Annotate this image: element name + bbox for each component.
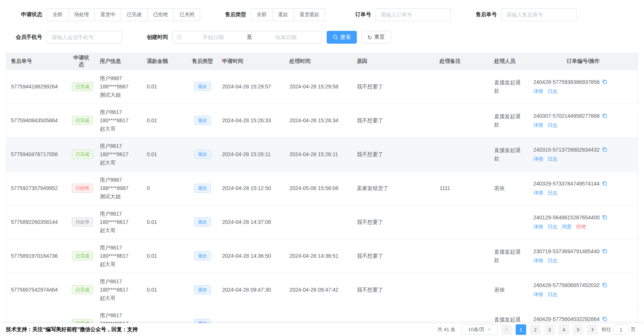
action-detail-link[interactable]: 详情: [533, 257, 543, 265]
start-date-input[interactable]: [182, 34, 245, 40]
table-body: 5775944188299264已完成用户9987188****9987测试大姐…: [6, 70, 638, 336]
cell-apply-time: 2024-04-28 15:26:11: [218, 137, 285, 171]
cell-handler: [490, 205, 529, 239]
table-row-4: 5775892260358144待处理用户8617180****8617赵大哥0…: [6, 205, 638, 239]
action-detail-link[interactable]: 详情: [533, 87, 543, 96]
action-log-link[interactable]: 日志: [548, 121, 557, 129]
column-header-handler: 处理人员: [490, 53, 529, 70]
cell-handle-time: 2024-04-28 09:47:42: [285, 273, 352, 307]
action-detail-link[interactable]: 详情: [533, 121, 543, 129]
copy-icon[interactable]: [602, 248, 607, 254]
filter-panel: 申请状态 全部待处理退货中已完成已拒绝已关闭 售后类型 全部退款退货退款 订单号…: [0, 0, 644, 44]
cell-apply-time: 2024-04-28 14:36:50: [218, 239, 285, 273]
order-no-input[interactable]: [376, 8, 451, 21]
action-approve-link[interactable]: 同意: [562, 223, 572, 231]
cell-refund-amount: 0.01: [142, 239, 187, 273]
user-info-line: 赵大哥: [100, 294, 138, 302]
aftersale-type-option-2[interactable]: 退货退款: [294, 8, 325, 21]
table-row-3: 5775927357949952已拒绝用户9987188****9987测试大姐…: [6, 171, 638, 205]
order-no-line: 240428-5775606657452032: [533, 281, 633, 289]
member-phone-input[interactable]: [47, 31, 122, 44]
prev-page-button[interactable]: [501, 324, 512, 335]
apply-status-label: 申请状态: [14, 11, 42, 18]
apply-status-option-0[interactable]: 全部: [47, 8, 69, 21]
apply-status-group: 全部待处理退货中已完成已拒绝已关闭: [47, 8, 200, 21]
page-button-4[interactable]: 4: [559, 324, 569, 335]
cell-order-ops: 240315-5713728802834432详情日志: [529, 137, 638, 171]
cell-aftersale-type: 退款: [187, 171, 218, 205]
order-no: 240315-5713728802834432: [533, 146, 600, 154]
order-no-line: 240315-5713728802834432: [533, 146, 633, 154]
copy-icon[interactable]: [602, 316, 607, 322]
pagination: 共 41 条 10条/页 12345 前往 页: [437, 324, 636, 335]
end-date-input[interactable]: [254, 34, 317, 40]
cell-aftersale-no: 5775927357949952: [6, 171, 67, 205]
user-info-line: 180****8617: [100, 150, 138, 158]
page-button-3[interactable]: 3: [544, 324, 555, 335]
goto-page-input[interactable]: [614, 324, 629, 335]
user-info-line: 188****9987: [100, 184, 138, 192]
copy-icon[interactable]: [602, 282, 607, 288]
page-button-2[interactable]: 2: [530, 324, 540, 335]
status-tag: 已完成: [72, 251, 93, 260]
copy-icon[interactable]: [602, 214, 607, 220]
action-detail-link[interactable]: 详情: [533, 290, 543, 299]
aftersale-type-option-0[interactable]: 全部: [251, 8, 273, 21]
copy-icon[interactable]: [602, 79, 607, 85]
user-info-line: 测试大姐: [100, 192, 138, 201]
goto-page: 前往 页: [601, 324, 636, 335]
column-header-aftersale-no: 售后单号: [6, 53, 67, 70]
action-detail-link[interactable]: 详情: [533, 223, 543, 231]
action-log-link[interactable]: 日志: [548, 87, 557, 96]
search-button[interactable]: 搜索: [327, 31, 357, 44]
apply-status-option-1[interactable]: 待处理: [68, 8, 95, 21]
column-header-user-info: 用户信息: [95, 53, 142, 70]
user-info-line: 用户8617: [100, 142, 138, 150]
cell-order-ops: 240428-5775606657452032详情日志: [529, 273, 638, 307]
apply-status-option-5[interactable]: 已关闭: [174, 8, 200, 21]
action-log-link[interactable]: 日志: [548, 223, 557, 231]
date-range-picker[interactable]: 至: [172, 31, 321, 44]
aftersale-type-option-1[interactable]: 退款: [272, 8, 294, 21]
page-button-1[interactable]: 1: [516, 324, 526, 335]
action-log-link[interactable]: 日志: [548, 155, 557, 163]
status-tag: 待处理: [72, 217, 93, 227]
page-button-5[interactable]: 5: [573, 324, 583, 335]
copy-icon[interactable]: [602, 147, 607, 152]
cell-user-info: 用户8617180****8617赵大哥: [95, 273, 142, 307]
cell-apply-time: 2024-04-28 15:12:50: [218, 171, 285, 205]
type-tag: 退款: [194, 285, 211, 294]
action-detail-link[interactable]: 详情: [533, 189, 543, 197]
action-log-link[interactable]: 日志: [548, 189, 557, 197]
apply-status-option-2[interactable]: 退货中: [94, 8, 121, 21]
aftersale-no-input[interactable]: [501, 8, 577, 21]
cell-apply-status: 已完成: [67, 273, 95, 307]
cell-handler: 若依: [490, 273, 529, 307]
cell-aftersale-no: 5775892260358144: [6, 205, 67, 239]
page-size-select[interactable]: 10条/页: [461, 324, 498, 335]
cell-order-ops: 240307-5702144858277888详情日志: [529, 103, 638, 137]
goto-suffix: 页: [631, 326, 636, 333]
action-log-link[interactable]: 日志: [548, 257, 557, 265]
user-info-line: 用户8617: [100, 243, 138, 252]
cell-apply-status: 待处理: [67, 205, 95, 239]
copy-icon[interactable]: [602, 181, 607, 186]
order-no: 240428-5775938386937856: [533, 78, 600, 86]
action-detail-link[interactable]: 详情: [533, 155, 543, 163]
action-log-link[interactable]: 日志: [548, 290, 557, 299]
cell-order-ops: 240329-5733784749574144详情日志: [529, 171, 638, 205]
apply-status-option-4[interactable]: 已拒绝: [147, 8, 174, 21]
action-reject-link[interactable]: 拒绝: [576, 223, 586, 231]
table-row-0: 5775944188299264已完成用户9987188****9987测试大姐…: [6, 70, 638, 103]
row-actions: 详情日志: [533, 87, 633, 96]
next-page-button[interactable]: [587, 324, 598, 335]
create-time-label: 创建时间: [139, 34, 168, 41]
apply-status-option-3[interactable]: 已完成: [121, 8, 148, 21]
column-header-refund-amount: 退款金额: [142, 53, 187, 70]
copy-icon[interactable]: [602, 113, 607, 119]
cell-user-info: 用户9987188****9987测试大姐: [95, 70, 142, 103]
type-tag: 退款: [194, 116, 211, 125]
reset-button[interactable]: ↻ 重置: [361, 31, 391, 44]
cell-apply-status: 已完成: [67, 137, 95, 171]
cell-handler: 直接发起退款: [490, 239, 529, 273]
